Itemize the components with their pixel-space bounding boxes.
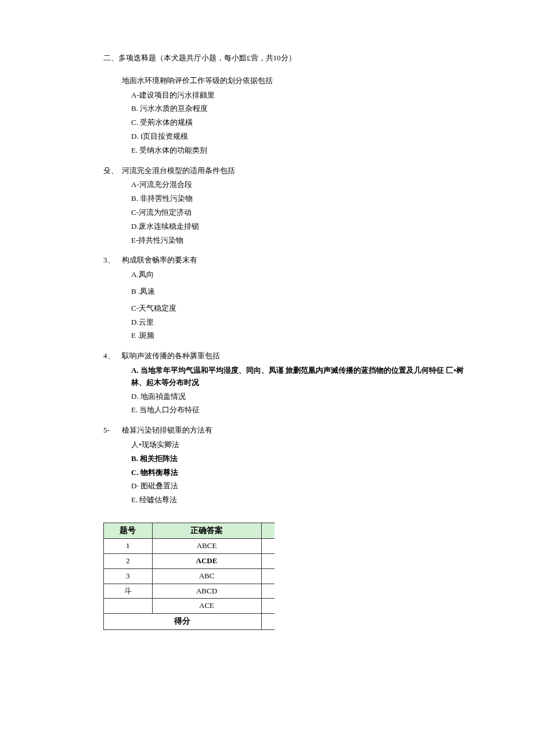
question-stem: 河流完全混台模型的适用条件包括 [122, 165, 235, 177]
row-num: 1 [104, 539, 153, 554]
option: C-天气稳定度 [131, 303, 476, 315]
option: E. 经嘘估尊法 [131, 494, 476, 506]
answer-table: 题号 正确答案 1ABCE2ACDE3ABC斗ABCDACE 得分 [103, 523, 275, 630]
option: B. 相关拒阵法 [131, 453, 476, 465]
questions-container: 地面水环境翱响评价工作等级的划分依据包括A-建设项目的污水排颇里B. 污水水质的… [103, 75, 476, 506]
question-stem-line: 3、构成联舍畅率的要末有 [103, 254, 476, 267]
header-tail [261, 523, 275, 538]
question-stem-line: 地面水环境翱响评价工作等级的划分依据包括 [103, 75, 476, 87]
option: D· 图砒叠置法 [131, 480, 476, 492]
question: 5-檢算污染轫排锁重的方法有人•现场实卿法B. 相关拒阵法C. 物料衡尊法D· … [103, 424, 476, 506]
option: E-持共性污染物 [131, 235, 476, 247]
table-row: 2ACDE [104, 554, 275, 569]
table-row: ACE [104, 599, 275, 614]
row-tail [261, 568, 275, 584]
option: E. 当地人口分布特征 [131, 404, 476, 416]
row-answer: ACE [152, 599, 261, 614]
option: D.云里 [131, 316, 476, 329]
table-row: 斗ABCD [104, 584, 275, 599]
table-header-row: 题号 正确答案 [104, 523, 275, 538]
option: 人•现场实卿法 [131, 439, 476, 451]
option: A.凤向 [131, 269, 476, 281]
option: A-建设项目的污水排颇里 [131, 89, 476, 102]
table-row: 1ABCE [104, 539, 275, 554]
row-num: 3 [104, 568, 153, 584]
options: A.凤向B .凤速C-天气稳定度D.云里E .斑频 [103, 269, 476, 342]
option: D. 地面禎盖情况 [131, 391, 476, 403]
question-stem: 构成联舍畅率的要末有 [122, 254, 197, 267]
option: B .凤速 [131, 286, 476, 298]
options: A. 当地常年平均气温和平均湿度、同向、凤谨 旅删范凰内声滅传播的蓝挡物的位置及… [103, 365, 476, 416]
option: E. 受纳水体的功能类别 [131, 145, 476, 157]
option: A-河流充分混合段 [131, 179, 476, 191]
row-answer: ABCE [152, 539, 261, 554]
row-answer: ABCD [152, 584, 261, 599]
options: A-建设项目的污水排颇里B. 污水水质的亘杂程度C. 受荊水体的规橫D. I页目… [103, 89, 476, 157]
option: D.废水连续稳走排锁 [131, 221, 476, 233]
question-stem-line: 殳、河流完全混台模型的适用条件包括 [103, 165, 476, 177]
row-tail [261, 554, 275, 569]
option: D. I页目按资规模 [131, 131, 476, 143]
score-row: 得分 [104, 614, 275, 629]
question: 4、馭响声波传播的各种羼重包括A. 当地常年平均气温和平均湿度、同向、凤谨 旅删… [103, 350, 476, 416]
row-num: 斗 [104, 584, 153, 599]
question-stem-line: 4、馭响声波传播的各种羼重包括 [103, 350, 476, 362]
header-num: 题号 [104, 523, 153, 538]
option: C-河流为恒定济动 [131, 207, 476, 219]
option: C. 受荊水体的规橫 [131, 117, 476, 129]
section-title: 二、多项迭释题（本犬题共厅小题，每小黯£营，共10分） [103, 52, 476, 64]
option: B. 污水水质的亘杂程度 [131, 103, 476, 115]
question: 地面水环境翱响评价工作等级的划分依据包括A-建设项目的污水排颇里B. 污水水质的… [103, 75, 476, 157]
option: E .斑频 [131, 330, 476, 342]
option: B. 非持罟性污染物 [131, 193, 476, 205]
question-stem: 檢算污染轫排锁重的方法有 [122, 424, 212, 437]
header-ans: 正确答案 [152, 523, 261, 538]
options: 人•现场实卿法B. 相关拒阵法C. 物料衡尊法D· 图砒叠置法E. 经嘘估尊法 [103, 439, 476, 506]
option: A. 当地常年平均气温和平均湿度、同向、凤谨 旅删范凰内声滅传播的蓝挡物的位置及… [131, 365, 476, 389]
question-number: 殳、 [103, 165, 122, 177]
question-stem-line: 5-檢算污染轫排锁重的方法有 [103, 424, 476, 437]
row-tail [261, 599, 275, 614]
question-number: 3、 [103, 254, 122, 267]
score-tail [261, 614, 275, 629]
question-stem: 馭响声波传播的各种羼重包括 [122, 350, 220, 362]
option: C. 物料衡尊法 [131, 467, 476, 479]
row-answer: ACDE [152, 554, 261, 569]
row-tail [261, 584, 275, 599]
row-answer: ABC [152, 568, 261, 584]
question: 殳、河流完全混台模型的适用条件包括A-河流充分混合段B. 非持罟性污染物C-河流… [103, 165, 476, 247]
row-num: 2 [104, 554, 153, 569]
question: 3、构成联舍畅率的要末有A.凤向B .凤速C-天气稳定度D.云里E .斑频 [103, 254, 476, 342]
row-num [104, 599, 153, 614]
options: A-河流充分混合段B. 非持罟性污染物C-河流为恒定济动D.废水连续稳走排锁E-… [103, 179, 476, 246]
score-label: 得分 [104, 614, 262, 629]
table-row: 3ABC [104, 568, 275, 584]
question-number: 4、 [103, 350, 122, 362]
question-number: 5- [103, 424, 122, 437]
row-tail [261, 539, 275, 554]
